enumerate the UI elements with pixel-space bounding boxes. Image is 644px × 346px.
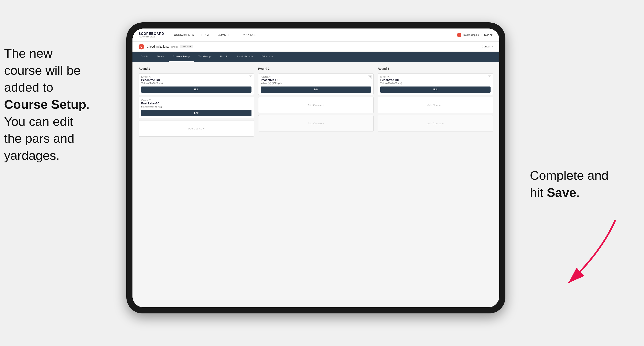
round-2-add-course-disabled: Add Course +	[258, 115, 374, 132]
round-3-course-a-name: Peachtree GC	[380, 78, 490, 82]
remove-round-2-course-a[interactable]: ☐	[368, 75, 372, 79]
tab-teams[interactable]: Teams	[153, 52, 169, 62]
round-2-column: Round 2 ☐ (Course A) Peachtree GC Yellow…	[258, 67, 374, 137]
tab-printables[interactable]: Printables	[258, 52, 277, 62]
round-2-add-course-enabled[interactable]: Add Course +	[258, 97, 374, 113]
sign-out-link[interactable]: Sign out	[484, 34, 493, 36]
round-1-course-a-name: Peachtree GC	[141, 78, 252, 82]
main-content: Round 1 ☐ (Course A) Peachtree GC Yellow…	[132, 62, 499, 307]
arrow-right	[544, 216, 626, 289]
round-2-course-a-tag: (Course A)	[261, 76, 371, 78]
tournament-name: Clippd Invitational (Men)	[147, 45, 178, 48]
round-1-course-b-name: East Lake GC	[141, 102, 252, 105]
round-1-column: Round 1 ☐ (Course A) Peachtree GC Yellow…	[138, 67, 254, 137]
remove-round-1-course-a[interactable]: ☐	[249, 75, 252, 79]
clippd-logo: C	[138, 44, 144, 49]
cancel-area: Cancel ×	[482, 45, 493, 48]
round-1-course-a-details: Yellow (M) (6629 yds)	[141, 82, 252, 84]
annotation-left: The newcourse will beadded toCourse Setu…	[4, 45, 143, 164]
cancel-button[interactable]: Cancel	[482, 45, 490, 48]
nav-teams[interactable]: TEAMS	[201, 33, 210, 36]
logo-title: SCOREBOARD	[138, 32, 164, 36]
hosting-badge: Hosting	[180, 45, 193, 48]
user-avatar	[457, 33, 462, 37]
tournament-bar: C Clippd Invitational (Men) Hosting Canc…	[132, 41, 499, 52]
close-icon[interactable]: ×	[491, 45, 493, 48]
round-1-course-b-tag: (Course B)	[141, 99, 252, 101]
tab-bar: Details Teams Course Setup Tee Groups Re…	[132, 52, 499, 62]
annotation-right-text: Complete andhit Save.	[530, 168, 608, 199]
round-3-course-a-tag: (Course A)	[380, 76, 490, 78]
logo-subtitle: Powered by clippd	[138, 36, 164, 38]
tab-leaderboards[interactable]: Leaderboards	[233, 52, 258, 62]
tablet-screen: SCOREBOARD Powered by clippd TOURNAMENTS…	[132, 28, 499, 307]
tab-course-setup[interactable]: Course Setup	[169, 52, 194, 62]
round-3-course-a-card: ☐ (Course A) Peachtree GC Yellow (M) (66…	[378, 73, 493, 95]
nav-right: blair@clippd.io | Sign out	[457, 33, 493, 37]
annotation-left-text: The newcourse will beadded toCourse Setu…	[4, 46, 90, 163]
top-nav: SCOREBOARD Powered by clippd TOURNAMENTS…	[132, 28, 499, 41]
round-1-course-a-edit[interactable]: Edit	[141, 86, 252, 93]
tablet-frame: SCOREBOARD Powered by clippd TOURNAMENTS…	[126, 22, 506, 314]
round-1-course-b-edit[interactable]: Edit	[141, 110, 252, 116]
round-2-course-a-card: ☐ (Course A) Peachtree GC Yellow (M) (66…	[258, 73, 374, 95]
tournament-info: C Clippd Invitational (Men) Hosting	[138, 44, 192, 49]
round-2-course-a-details: Yellow (M) (6629 yds)	[261, 82, 371, 84]
round-1-add-course[interactable]: Add Course +	[138, 120, 254, 137]
nav-tournaments[interactable]: TOURNAMENTS	[172, 33, 194, 36]
user-email: blair@clippd.io	[464, 34, 480, 36]
tab-details[interactable]: Details	[136, 52, 153, 62]
remove-round-3-course-a[interactable]: ☐	[488, 75, 491, 79]
tab-tee-groups[interactable]: Tee Groups	[194, 52, 216, 62]
round-1-course-a-tag: (Course A)	[141, 76, 252, 78]
round-3-add-course-enabled[interactable]: Add Course +	[378, 97, 493, 113]
round-2-course-a-name: Peachtree GC	[261, 78, 371, 82]
scoreboard-logo: SCOREBOARD Powered by clippd	[138, 32, 164, 38]
annotation-right: Complete andhit Save.	[530, 167, 636, 201]
round-1-course-a-card: ☐ (Course A) Peachtree GC Yellow (M) (66…	[138, 73, 254, 95]
nav-links: TOURNAMENTS TEAMS COMMITTEE RANKINGS	[172, 33, 457, 36]
nav-separator: |	[482, 34, 482, 36]
rounds-grid: Round 1 ☐ (Course A) Peachtree GC Yellow…	[138, 67, 493, 137]
round-3-add-course-disabled: Add Course +	[378, 115, 493, 132]
round-3-header: Round 3	[378, 67, 493, 70]
nav-rankings[interactable]: RANKINGS	[242, 33, 256, 36]
tab-results[interactable]: Results	[216, 52, 233, 62]
round-2-header: Round 2	[258, 67, 374, 70]
round-3-course-a-edit[interactable]: Edit	[380, 86, 490, 93]
gender-tag: (Men)	[171, 45, 178, 48]
round-2-course-a-edit[interactable]: Edit	[261, 86, 371, 93]
remove-round-1-course-b[interactable]: ☐	[249, 99, 252, 102]
round-3-course-a-details: Yellow (M) (6629 yds)	[380, 82, 490, 84]
round-3-column: Round 3 ☐ (Course A) Peachtree GC Yellow…	[378, 67, 493, 137]
round-1-header: Round 1	[138, 67, 254, 70]
round-1-course-b-details: Black (M) (6891 yds)	[141, 105, 252, 108]
round-1-course-b-card: ☐ (Course B) East Lake GC Black (M) (689…	[138, 97, 254, 118]
nav-committee[interactable]: COMMITTEE	[218, 33, 235, 36]
